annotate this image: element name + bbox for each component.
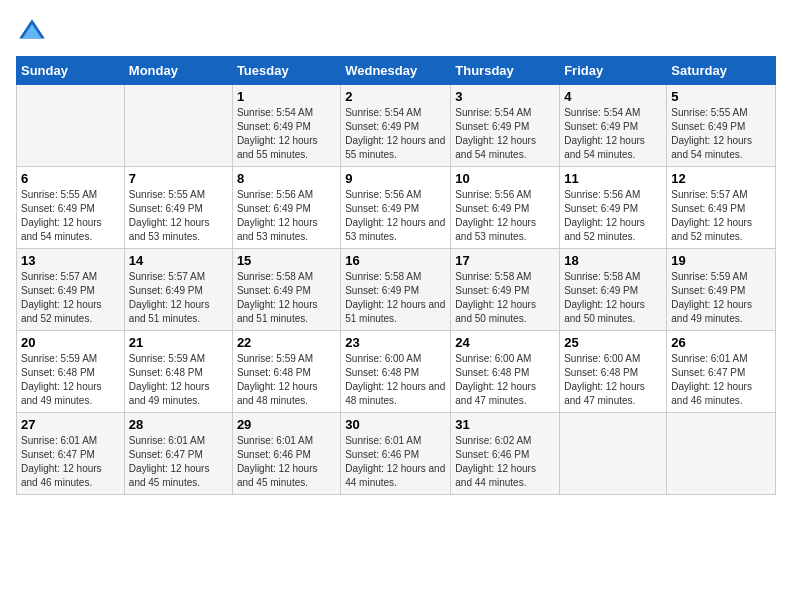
day-number: 29 bbox=[237, 417, 336, 432]
header-day-saturday: Saturday bbox=[667, 57, 776, 85]
day-info: Sunrise: 5:57 AMSunset: 6:49 PMDaylight:… bbox=[129, 270, 228, 326]
day-number: 4 bbox=[564, 89, 662, 104]
day-number: 2 bbox=[345, 89, 446, 104]
calendar-cell: 20Sunrise: 5:59 AMSunset: 6:48 PMDayligh… bbox=[17, 331, 125, 413]
calendar-cell: 3Sunrise: 5:54 AMSunset: 6:49 PMDaylight… bbox=[451, 85, 560, 167]
day-number: 1 bbox=[237, 89, 336, 104]
day-info: Sunrise: 5:58 AMSunset: 6:49 PMDaylight:… bbox=[564, 270, 662, 326]
day-info: Sunrise: 6:02 AMSunset: 6:46 PMDaylight:… bbox=[455, 434, 555, 490]
calendar-cell: 8Sunrise: 5:56 AMSunset: 6:49 PMDaylight… bbox=[232, 167, 340, 249]
day-info: Sunrise: 5:58 AMSunset: 6:49 PMDaylight:… bbox=[237, 270, 336, 326]
day-number: 12 bbox=[671, 171, 771, 186]
calendar-cell: 27Sunrise: 6:01 AMSunset: 6:47 PMDayligh… bbox=[17, 413, 125, 495]
calendar-cell: 9Sunrise: 5:56 AMSunset: 6:49 PMDaylight… bbox=[341, 167, 451, 249]
calendar-week-row: 6Sunrise: 5:55 AMSunset: 6:49 PMDaylight… bbox=[17, 167, 776, 249]
day-number: 21 bbox=[129, 335, 228, 350]
day-info: Sunrise: 5:54 AMSunset: 6:49 PMDaylight:… bbox=[237, 106, 336, 162]
day-number: 5 bbox=[671, 89, 771, 104]
day-number: 19 bbox=[671, 253, 771, 268]
day-info: Sunrise: 5:57 AMSunset: 6:49 PMDaylight:… bbox=[21, 270, 120, 326]
day-info: Sunrise: 6:00 AMSunset: 6:48 PMDaylight:… bbox=[455, 352, 555, 408]
header-day-monday: Monday bbox=[124, 57, 232, 85]
calendar-cell: 16Sunrise: 5:58 AMSunset: 6:49 PMDayligh… bbox=[341, 249, 451, 331]
calendar-cell: 7Sunrise: 5:55 AMSunset: 6:49 PMDaylight… bbox=[124, 167, 232, 249]
calendar-header-row: SundayMondayTuesdayWednesdayThursdayFrid… bbox=[17, 57, 776, 85]
day-info: Sunrise: 6:01 AMSunset: 6:47 PMDaylight:… bbox=[129, 434, 228, 490]
day-info: Sunrise: 5:56 AMSunset: 6:49 PMDaylight:… bbox=[455, 188, 555, 244]
day-info: Sunrise: 5:59 AMSunset: 6:48 PMDaylight:… bbox=[129, 352, 228, 408]
day-info: Sunrise: 6:01 AMSunset: 6:46 PMDaylight:… bbox=[237, 434, 336, 490]
day-number: 6 bbox=[21, 171, 120, 186]
day-number: 9 bbox=[345, 171, 446, 186]
day-info: Sunrise: 5:55 AMSunset: 6:49 PMDaylight:… bbox=[21, 188, 120, 244]
header-day-tuesday: Tuesday bbox=[232, 57, 340, 85]
day-number: 11 bbox=[564, 171, 662, 186]
calendar-week-row: 13Sunrise: 5:57 AMSunset: 6:49 PMDayligh… bbox=[17, 249, 776, 331]
calendar-cell: 19Sunrise: 5:59 AMSunset: 6:49 PMDayligh… bbox=[667, 249, 776, 331]
day-number: 23 bbox=[345, 335, 446, 350]
header-day-thursday: Thursday bbox=[451, 57, 560, 85]
calendar-cell: 18Sunrise: 5:58 AMSunset: 6:49 PMDayligh… bbox=[560, 249, 667, 331]
calendar-cell: 14Sunrise: 5:57 AMSunset: 6:49 PMDayligh… bbox=[124, 249, 232, 331]
day-number: 24 bbox=[455, 335, 555, 350]
day-number: 20 bbox=[21, 335, 120, 350]
day-number: 14 bbox=[129, 253, 228, 268]
day-info: Sunrise: 6:00 AMSunset: 6:48 PMDaylight:… bbox=[564, 352, 662, 408]
calendar-cell: 5Sunrise: 5:55 AMSunset: 6:49 PMDaylight… bbox=[667, 85, 776, 167]
day-number: 18 bbox=[564, 253, 662, 268]
day-number: 16 bbox=[345, 253, 446, 268]
calendar-cell: 26Sunrise: 6:01 AMSunset: 6:47 PMDayligh… bbox=[667, 331, 776, 413]
calendar-cell: 22Sunrise: 5:59 AMSunset: 6:48 PMDayligh… bbox=[232, 331, 340, 413]
calendar-cell: 11Sunrise: 5:56 AMSunset: 6:49 PMDayligh… bbox=[560, 167, 667, 249]
day-number: 13 bbox=[21, 253, 120, 268]
calendar-cell: 13Sunrise: 5:57 AMSunset: 6:49 PMDayligh… bbox=[17, 249, 125, 331]
calendar-cell: 29Sunrise: 6:01 AMSunset: 6:46 PMDayligh… bbox=[232, 413, 340, 495]
day-number: 10 bbox=[455, 171, 555, 186]
day-number: 15 bbox=[237, 253, 336, 268]
day-info: Sunrise: 5:54 AMSunset: 6:49 PMDaylight:… bbox=[345, 106, 446, 162]
day-number: 30 bbox=[345, 417, 446, 432]
day-info: Sunrise: 5:56 AMSunset: 6:49 PMDaylight:… bbox=[237, 188, 336, 244]
day-info: Sunrise: 5:58 AMSunset: 6:49 PMDaylight:… bbox=[455, 270, 555, 326]
day-info: Sunrise: 5:55 AMSunset: 6:49 PMDaylight:… bbox=[671, 106, 771, 162]
calendar-cell: 12Sunrise: 5:57 AMSunset: 6:49 PMDayligh… bbox=[667, 167, 776, 249]
header-day-friday: Friday bbox=[560, 57, 667, 85]
day-info: Sunrise: 5:54 AMSunset: 6:49 PMDaylight:… bbox=[564, 106, 662, 162]
calendar-cell: 25Sunrise: 6:00 AMSunset: 6:48 PMDayligh… bbox=[560, 331, 667, 413]
calendar-cell: 2Sunrise: 5:54 AMSunset: 6:49 PMDaylight… bbox=[341, 85, 451, 167]
day-info: Sunrise: 6:01 AMSunset: 6:47 PMDaylight:… bbox=[21, 434, 120, 490]
day-number: 25 bbox=[564, 335, 662, 350]
day-number: 22 bbox=[237, 335, 336, 350]
calendar-cell: 21Sunrise: 5:59 AMSunset: 6:48 PMDayligh… bbox=[124, 331, 232, 413]
header-day-wednesday: Wednesday bbox=[341, 57, 451, 85]
calendar-cell: 1Sunrise: 5:54 AMSunset: 6:49 PMDaylight… bbox=[232, 85, 340, 167]
calendar-week-row: 20Sunrise: 5:59 AMSunset: 6:48 PMDayligh… bbox=[17, 331, 776, 413]
day-number: 28 bbox=[129, 417, 228, 432]
calendar-cell: 15Sunrise: 5:58 AMSunset: 6:49 PMDayligh… bbox=[232, 249, 340, 331]
day-info: Sunrise: 6:01 AMSunset: 6:46 PMDaylight:… bbox=[345, 434, 446, 490]
calendar-cell: 6Sunrise: 5:55 AMSunset: 6:49 PMDaylight… bbox=[17, 167, 125, 249]
day-number: 17 bbox=[455, 253, 555, 268]
day-info: Sunrise: 5:59 AMSunset: 6:48 PMDaylight:… bbox=[237, 352, 336, 408]
day-info: Sunrise: 5:59 AMSunset: 6:48 PMDaylight:… bbox=[21, 352, 120, 408]
header bbox=[16, 16, 776, 48]
day-number: 26 bbox=[671, 335, 771, 350]
calendar-cell: 31Sunrise: 6:02 AMSunset: 6:46 PMDayligh… bbox=[451, 413, 560, 495]
day-info: Sunrise: 6:01 AMSunset: 6:47 PMDaylight:… bbox=[671, 352, 771, 408]
calendar-cell bbox=[124, 85, 232, 167]
calendar-week-row: 27Sunrise: 6:01 AMSunset: 6:47 PMDayligh… bbox=[17, 413, 776, 495]
day-number: 8 bbox=[237, 171, 336, 186]
day-number: 27 bbox=[21, 417, 120, 432]
day-number: 3 bbox=[455, 89, 555, 104]
calendar-cell: 30Sunrise: 6:01 AMSunset: 6:46 PMDayligh… bbox=[341, 413, 451, 495]
day-number: 7 bbox=[129, 171, 228, 186]
calendar-week-row: 1Sunrise: 5:54 AMSunset: 6:49 PMDaylight… bbox=[17, 85, 776, 167]
calendar-cell bbox=[560, 413, 667, 495]
header-day-sunday: Sunday bbox=[17, 57, 125, 85]
calendar-cell: 17Sunrise: 5:58 AMSunset: 6:49 PMDayligh… bbox=[451, 249, 560, 331]
day-number: 31 bbox=[455, 417, 555, 432]
day-info: Sunrise: 6:00 AMSunset: 6:48 PMDaylight:… bbox=[345, 352, 446, 408]
calendar-cell: 10Sunrise: 5:56 AMSunset: 6:49 PMDayligh… bbox=[451, 167, 560, 249]
day-info: Sunrise: 5:54 AMSunset: 6:49 PMDaylight:… bbox=[455, 106, 555, 162]
day-info: Sunrise: 5:55 AMSunset: 6:49 PMDaylight:… bbox=[129, 188, 228, 244]
